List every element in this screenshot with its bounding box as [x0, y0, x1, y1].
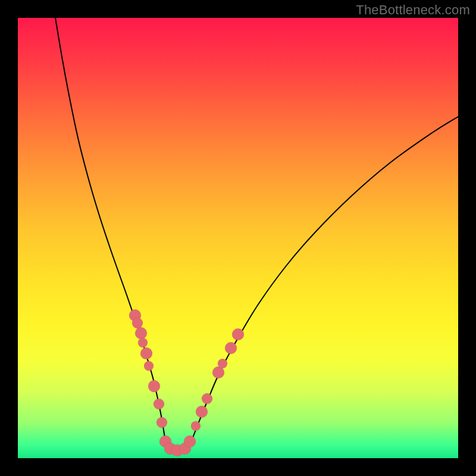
data-dot	[138, 338, 148, 347]
data-dot	[132, 318, 143, 328]
data-dot	[232, 328, 244, 340]
data-dots	[129, 309, 244, 456]
data-dot	[140, 347, 152, 359]
data-dot	[202, 393, 212, 404]
data-dot	[148, 380, 160, 392]
data-dot	[154, 399, 164, 409]
data-dot	[135, 327, 147, 339]
data-dot	[196, 406, 208, 418]
data-dot	[156, 417, 167, 428]
data-dot	[218, 359, 227, 368]
data-dot	[184, 436, 196, 447]
curve-right-branch	[189, 117, 459, 447]
watermark-text: TheBottleneck.com	[356, 2, 470, 18]
chart-frame	[18, 18, 458, 458]
data-dot	[191, 421, 201, 431]
bottleneck-plot	[18, 18, 458, 458]
data-dot	[144, 361, 154, 371]
data-dot	[225, 342, 237, 354]
